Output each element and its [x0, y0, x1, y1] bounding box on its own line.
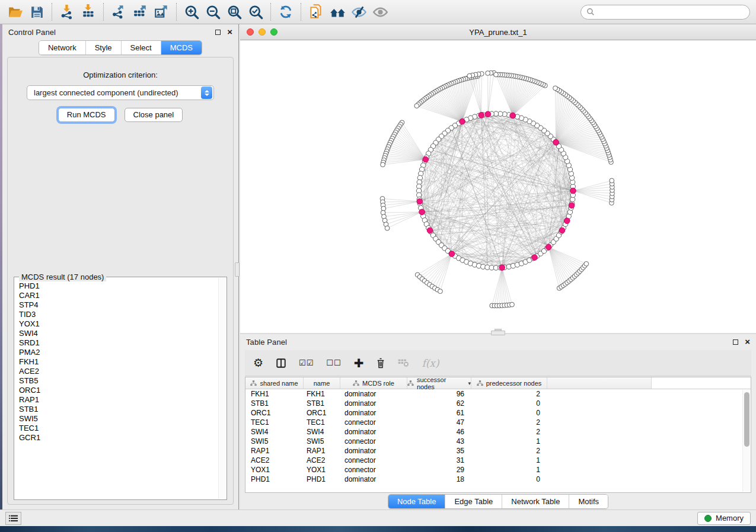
- show-all-eye-icon[interactable]: [371, 2, 390, 21]
- cell-predecessor-nodes[interactable]: 1: [471, 456, 547, 464]
- mcds-result-item[interactable]: ACE2: [19, 367, 218, 376]
- cell-successor-nodes[interactable]: 47: [407, 418, 471, 427]
- cell-name[interactable]: RAP1: [304, 447, 340, 455]
- deselect-all-icon[interactable]: ☐☐: [326, 358, 341, 367]
- mcds-result-item[interactable]: PMA2: [19, 348, 218, 357]
- close-window-icon[interactable]: [247, 28, 254, 36]
- memory-button[interactable]: Memory: [697, 512, 751, 525]
- tab-select[interactable]: Select: [121, 41, 161, 55]
- cell-predecessor-nodes[interactable]: 1: [471, 437, 547, 446]
- delete-table-icon[interactable]: [398, 358, 409, 367]
- cell-name[interactable]: STB1: [304, 399, 340, 408]
- cell-shared-name[interactable]: FKH1: [245, 390, 304, 398]
- cell-successor-nodes[interactable]: 43: [407, 437, 471, 446]
- cell-predecessor-nodes[interactable]: 2: [471, 428, 547, 436]
- show-columns-icon[interactable]: [276, 358, 286, 368]
- cell-shared-name[interactable]: TEC1: [245, 418, 304, 427]
- run-mcds-button[interactable]: Run MCDS: [58, 108, 115, 122]
- task-history-list-icon[interactable]: [5, 512, 21, 525]
- cell-shared-name[interactable]: STB1: [245, 399, 304, 408]
- cell-name[interactable]: ACE2: [304, 456, 340, 464]
- mcds-result-item[interactable]: TID3: [19, 310, 218, 319]
- cell-predecessor-nodes[interactable]: 1: [471, 466, 547, 474]
- mcds-result-item[interactable]: STB1: [19, 405, 218, 414]
- cell-successor-nodes[interactable]: 46: [407, 428, 471, 436]
- import-network-icon[interactable]: [58, 2, 76, 21]
- mcds-result-item[interactable]: SWI4: [19, 329, 218, 338]
- tab-network[interactable]: Network: [39, 41, 85, 55]
- cell-name[interactable]: ORC1: [304, 409, 340, 417]
- table-column-header[interactable]: successor nodes ▾: [407, 377, 471, 389]
- cell-predecessor-nodes[interactable]: 0: [471, 409, 547, 417]
- TEC1[interactable]: TEC1 TEC1 connector 47 2: [245, 418, 751, 427]
- YOX1[interactable]: YOX1 YOX1 connector 29 1: [245, 465, 751, 475]
- open-session-icon[interactable]: [6, 2, 25, 21]
- cell-shared-name[interactable]: YOX1: [245, 466, 304, 474]
- cell-successor-nodes[interactable]: 35: [407, 447, 471, 455]
- close-panel-icon[interactable]: ×: [227, 29, 232, 35]
- table-column-header[interactable]: shared name ▾: [245, 377, 304, 389]
- add-column-icon[interactable]: ✚: [354, 358, 364, 368]
- mcds-result-item[interactable]: FKH1: [19, 357, 218, 367]
- float-panel-icon[interactable]: [733, 339, 738, 345]
- network-canvas[interactable]: [240, 40, 756, 333]
- PHD1[interactable]: PHD1 PHD1 dominator 18 0: [245, 475, 751, 484]
- mcds-result-item[interactable]: PHD1: [19, 281, 218, 291]
- tab-edge-table[interactable]: Edge Table: [445, 495, 502, 508]
- cell-name[interactable]: FKH1: [304, 390, 340, 398]
- cell-name[interactable]: YOX1: [304, 466, 340, 474]
- cell-predecessor-nodes[interactable]: 2: [471, 447, 547, 455]
- table-settings-gear-icon[interactable]: ⚙: [253, 357, 263, 368]
- import-table-icon[interactable]: [79, 2, 98, 21]
- select-all-icon[interactable]: ☑☑: [299, 358, 314, 367]
- mcds-result-item[interactable]: GCR1: [19, 433, 218, 443]
- cell-name[interactable]: SWI4: [304, 428, 340, 436]
- SWI4[interactable]: SWI4 SWI4 dominator 46 2: [245, 427, 751, 437]
- mcds-result-item[interactable]: YOX1: [19, 319, 218, 329]
- cell-predecessor-nodes[interactable]: 0: [471, 475, 547, 483]
- cell-successor-nodes[interactable]: 96: [407, 390, 471, 398]
- copy-documents-icon[interactable]: [307, 2, 326, 21]
- cell-mcds-role[interactable]: dominator: [340, 447, 407, 455]
- minimize-window-icon[interactable]: [259, 28, 266, 36]
- cell-successor-nodes[interactable]: 29: [407, 466, 471, 474]
- apply-function-icon[interactable]: f(x): [422, 357, 439, 369]
- table-scrollbar[interactable]: [742, 390, 750, 492]
- close-panel-icon[interactable]: ×: [745, 339, 750, 345]
- SWI5[interactable]: SWI5 SWI5 connector 43 1: [245, 437, 751, 446]
- node-table[interactable]: shared name ▾ name ▾: [245, 377, 751, 493]
- cell-mcds-role[interactable]: connector: [340, 418, 407, 427]
- table-column-header[interactable]: name ▾: [304, 377, 340, 389]
- cell-successor-nodes[interactable]: 61: [407, 409, 471, 417]
- mcds-result-item[interactable]: STB5: [19, 376, 218, 386]
- float-panel-icon[interactable]: [215, 30, 221, 35]
- table-column-header[interactable]: MCDS role ▾: [340, 377, 407, 389]
- cell-name[interactable]: TEC1: [304, 418, 340, 427]
- cell-shared-name[interactable]: ORC1: [245, 409, 304, 417]
- export-table-icon[interactable]: [130, 2, 149, 21]
- cell-name[interactable]: SWI5: [304, 437, 340, 446]
- mcds-result-item[interactable]: TEC1: [19, 424, 218, 433]
- close-panel-button[interactable]: Close panel: [125, 108, 183, 122]
- cell-name[interactable]: PHD1: [304, 475, 340, 483]
- zoom-fit-icon[interactable]: [225, 2, 244, 21]
- result-list-scrollbar[interactable]: [218, 278, 226, 499]
- zoom-out-icon[interactable]: [203, 2, 222, 21]
- ORC1[interactable]: ORC1 ORC1 dominator 61 0: [245, 408, 751, 418]
- cell-mcds-role[interactable]: connector: [340, 437, 407, 446]
- FKH1[interactable]: FKH1 FKH1 dominator 96 2: [245, 389, 751, 399]
- zoom-in-icon[interactable]: [182, 2, 201, 21]
- maximize-window-icon[interactable]: [270, 28, 277, 36]
- mcds-result-item[interactable]: SWI5: [19, 414, 218, 424]
- mcds-result-item[interactable]: RAP1: [19, 395, 218, 405]
- search-box[interactable]: [580, 5, 750, 20]
- cell-predecessor-nodes[interactable]: 2: [471, 390, 547, 398]
- refresh-layout-icon[interactable]: [276, 2, 295, 21]
- cell-shared-name[interactable]: PHD1: [245, 475, 304, 483]
- cell-shared-name[interactable]: RAP1: [245, 447, 304, 455]
- tab-network-table[interactable]: Network Table: [502, 495, 569, 508]
- criterion-dropdown[interactable]: largest connected component (undirected): [27, 85, 214, 100]
- tab-node-table[interactable]: Node Table: [388, 495, 445, 508]
- mcds-result-list[interactable]: PHD1 CAR1 STP4 TID3 YOX1 SWI4 SRD1: [19, 281, 218, 498]
- RAP1[interactable]: RAP1 RAP1 dominator 35 2: [245, 446, 751, 456]
